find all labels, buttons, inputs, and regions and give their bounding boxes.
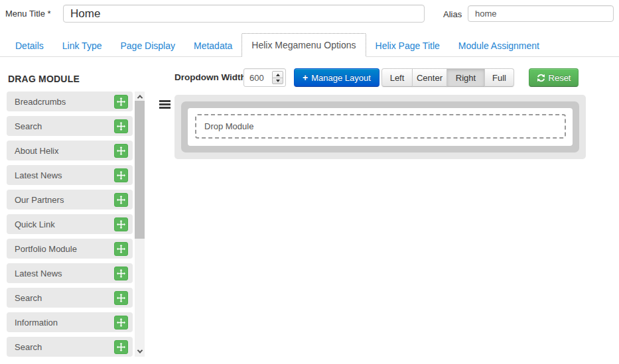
move-module-icon[interactable] — [114, 193, 128, 207]
module-row-portfolio-module[interactable]: Portfolio Module — [7, 239, 133, 259]
megamenu-layout-panel: Drop Module — [174, 95, 586, 159]
tab-bar: Details Link Type Page Display Metadata … — [0, 34, 619, 57]
align-center-button[interactable]: Center — [412, 68, 447, 87]
module-label: Search — [15, 293, 42, 303]
reset-label: Reset — [549, 73, 571, 83]
move-module-icon[interactable] — [114, 340, 128, 354]
scroll-down-arrow-icon[interactable] — [135, 346, 145, 357]
module-row-quick-link[interactable]: Quick Link — [7, 214, 133, 234]
tab-link-type[interactable]: Link Type — [53, 35, 111, 56]
module-label: Latest News — [15, 269, 62, 278]
alias-label: Alias — [443, 9, 462, 19]
module-label: Portfolio Module — [15, 244, 77, 254]
scrollbar-thumb[interactable] — [135, 101, 145, 239]
module-label: About Helix — [15, 146, 58, 156]
move-module-icon[interactable] — [114, 316, 128, 330]
align-right-button[interactable]: Right — [447, 68, 485, 87]
move-module-icon[interactable] — [114, 291, 128, 305]
menu-row-handle-icon[interactable] — [159, 100, 171, 110]
module-label: Breadcrumbs — [15, 97, 66, 107]
tab-helix-megamenu-options[interactable]: Helix Megamenu Options — [241, 33, 366, 57]
drop-module-placeholder: Drop Module — [204, 121, 253, 131]
dropdown-width-field — [243, 68, 286, 87]
module-label: Search — [15, 342, 42, 352]
dropdown-width-input[interactable] — [244, 69, 271, 86]
align-full-button[interactable]: Full — [484, 68, 514, 87]
module-label: Our Partners — [15, 195, 64, 205]
move-module-icon[interactable] — [114, 242, 128, 256]
module-row-search[interactable]: Search — [7, 116, 133, 136]
tab-metadata[interactable]: Metadata — [184, 35, 241, 56]
move-module-icon[interactable] — [114, 217, 128, 231]
menu-title-input[interactable] — [63, 5, 425, 23]
manage-layout-button[interactable]: + Manage Layout — [294, 68, 379, 87]
plus-icon: + — [303, 72, 308, 83]
module-label: Information — [15, 318, 58, 328]
module-row-information[interactable]: Information — [7, 312, 133, 332]
menu-title-label: Menu Title * — [5, 9, 51, 19]
reset-button[interactable]: Reset — [529, 68, 579, 87]
dropdown-width-label: Dropdown Width — [174, 72, 246, 82]
tab-module-assignment[interactable]: Module Assignment — [449, 35, 549, 56]
tab-details[interactable]: Details — [6, 35, 53, 56]
module-label: Latest News — [15, 170, 62, 180]
drop-module-target[interactable]: Drop Module — [195, 114, 566, 139]
module-row-search-2[interactable]: Search — [7, 288, 133, 308]
module-list-scrollbar[interactable] — [135, 91, 145, 357]
alias-input[interactable] — [468, 5, 614, 22]
module-label: Quick Link — [15, 219, 55, 229]
module-label: Search — [15, 121, 42, 131]
move-module-icon[interactable] — [114, 119, 128, 133]
move-module-icon[interactable] — [114, 168, 128, 182]
align-left-button[interactable]: Left — [381, 68, 413, 87]
module-row-search-3[interactable]: Search — [7, 337, 133, 357]
refresh-icon — [537, 74, 545, 82]
module-list: Breadcrumbs Search About Helix Latest Ne… — [7, 91, 133, 361]
tab-helix-page-title[interactable]: Helix Page Title — [366, 35, 449, 56]
tab-page-display[interactable]: Page Display — [111, 35, 184, 56]
manage-layout-label: Manage Layout — [311, 73, 371, 83]
megamenu-row: Drop Module — [181, 101, 579, 152]
spinner-up-icon[interactable] — [273, 72, 283, 78]
number-spinner — [272, 71, 283, 84]
megamenu-column: Drop Module — [188, 108, 573, 146]
alignment-button-group: Left Center Right Full — [381, 68, 514, 87]
move-module-icon[interactable] — [114, 144, 128, 158]
module-row-about-helix[interactable]: About Helix — [7, 141, 133, 160]
spinner-down-icon[interactable] — [273, 78, 283, 84]
move-module-icon[interactable] — [114, 95, 128, 109]
module-row-breadcrumbs[interactable]: Breadcrumbs — [7, 91, 133, 111]
module-row-latest-news-2[interactable]: Latest News — [7, 263, 133, 283]
module-row-latest-news[interactable]: Latest News — [7, 165, 133, 185]
drag-module-heading: DRAG MODULE — [8, 74, 80, 84]
move-module-icon[interactable] — [114, 267, 128, 280]
module-row-our-partners[interactable]: Our Partners — [7, 190, 133, 210]
